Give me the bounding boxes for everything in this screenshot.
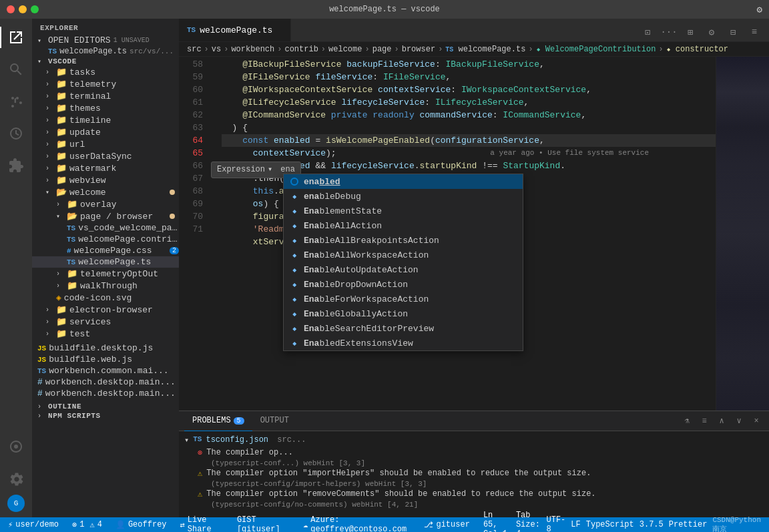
sidebar-item-overlay[interactable]: › 📁 overlay	[32, 198, 179, 210]
status-lineending[interactable]: LF	[568, 517, 583, 532]
sidebar-item-terminal[interactable]: › 📁 terminal	[32, 90, 179, 102]
split-editor-icon[interactable]: ⊡	[638, 23, 657, 41]
collapse-icon[interactable]: ⊞	[681, 23, 700, 41]
problem-item-warning2[interactable]: ⚠ The compiler option "removeComments" s…	[184, 488, 764, 501]
autocomplete-item-enableallbreakpoints[interactable]: ⬥ EnableAllBreakpointsAction	[284, 233, 523, 248]
status-prettier[interactable]: Prettier	[666, 517, 710, 532]
bc-method[interactable]: ⬥ constructor	[666, 45, 728, 54]
panel-close-icon[interactable]: ×	[749, 414, 764, 429]
tab-welcomepage-ts[interactable]: TS welcomePage.ts ×	[179, 19, 291, 41]
code-area[interactable]: @IBackupFileService backupFileService: I…	[211, 57, 716, 411]
settings-activity-icon[interactable]	[0, 463, 32, 495]
tab-problems[interactable]: PROBLEMS 5	[184, 411, 252, 431]
status-tabsize[interactable]: Tab Size: 4	[513, 517, 544, 532]
status-git-user[interactable]: ⎇ gituser	[421, 517, 472, 532]
sidebar-item-page-browser[interactable]: ▾ 📂 page / browser	[32, 210, 179, 222]
bc-workbench[interactable]: workbench	[231, 45, 274, 54]
filter-icon[interactable]: ⚗	[680, 414, 694, 429]
sidebar-item-userdatasync[interactable]: › 📁 userDataSync	[32, 150, 179, 162]
sidebar-item-welcomepage-contri[interactable]: TS welcomePage.contri...	[32, 234, 179, 245]
bc-page[interactable]: page	[372, 45, 392, 54]
autocomplete-item-enableallaction[interactable]: ⬥ EnableAllAction	[284, 218, 523, 233]
problem-item-warning1[interactable]: ⚠ The compiler option "importHelpers" sh…	[184, 467, 764, 480]
sidebar-item-vs-code-welcome[interactable]: TS vs_code_welcome_pa...	[32, 222, 179, 234]
npm-scripts-header[interactable]: › NPM SCRIPTS	[32, 411, 179, 421]
sidebar-item-workbench-desktop1[interactable]: # workbench.desktop.main...	[32, 376, 179, 388]
open-editors-header[interactable]: ▾ OPEN EDITORS 1 UNSAVED	[32, 35, 179, 46]
expression-picker-arrow[interactable]: ▾	[268, 164, 272, 176]
debug-activity-icon[interactable]	[0, 117, 32, 150]
settings-icon[interactable]: ⚙	[757, 4, 762, 15]
bc-browser[interactable]: browser	[402, 45, 435, 54]
bc-contrib[interactable]: contrib	[284, 45, 318, 54]
close-button[interactable]	[7, 5, 15, 13]
settings-editor-icon[interactable]: ⚙	[702, 23, 721, 41]
avatar[interactable]: G	[7, 495, 25, 512]
search-activity-icon[interactable]	[0, 53, 32, 85]
autocomplete-item-enabled[interactable]: enabled	[284, 174, 523, 189]
panel-layout-icon[interactable]: ⊟	[724, 23, 742, 41]
autocomplete-item-enableautoupdate[interactable]: ⬥ EnableAutoUpdateAction	[284, 262, 523, 277]
vscode-root-header[interactable]: ▾ VSCODE	[32, 57, 179, 66]
sidebar-item-workbench-desktop2[interactable]: # workbench.desktop.main...	[32, 388, 179, 399]
status-live-share-btn[interactable]: ⇄ Live Share	[178, 517, 226, 532]
outline-header[interactable]: › OUTLINE	[32, 402, 179, 411]
sidebar-item-webview[interactable]: › 📁 webview	[32, 174, 179, 186]
sidebar-item-electron-browser[interactable]: › 📁 electron-browser	[32, 304, 179, 316]
sidebar-item-buildfile-desktop[interactable]: JS buildfile.desktop.js	[32, 342, 179, 354]
autocomplete-item-enableallworkspace[interactable]: ⬥ EnableAllWorkspaceAction	[284, 248, 523, 262]
sidebar-item-welcome[interactable]: ▾ 📂 welcome	[32, 186, 179, 198]
status-remote[interactable]: ⚡ user/demo	[5, 517, 61, 532]
problem-item-error1[interactable]: ⊗ The compiler op...	[184, 447, 764, 459]
tab-output[interactable]: OUTPUT	[252, 411, 297, 431]
status-gist[interactable]: GIST [gituser]	[234, 517, 292, 532]
autocomplete-item-enablementstate[interactable]: ⬥ EnablementState	[284, 204, 523, 218]
autocomplete-item-enabledextensions[interactable]: ⬥ EnabledExtensionsView	[284, 336, 523, 350]
sidebar-item-services[interactable]: › 📁 services	[32, 316, 179, 328]
bc-vs[interactable]: vs	[212, 45, 221, 54]
sidebar-item-telemetryoptout[interactable]: › 📁 telemetryOptOut	[32, 268, 179, 280]
sidebar-item-walkthrough[interactable]: › 📁 walkThrough	[32, 280, 179, 292]
bc-src[interactable]: src	[187, 45, 202, 54]
autocomplete-item-enableglobally[interactable]: ⬥ EnableGloballyAction	[284, 306, 523, 321]
maximize-button[interactable]	[31, 5, 39, 13]
sidebar-item-tasks[interactable]: › 📁 tasks	[32, 66, 179, 78]
status-encoding[interactable]: UTF-8	[544, 517, 569, 532]
status-errors[interactable]: ⊗ 1 ⚠ 4	[69, 517, 105, 532]
sidebar-item-telemetry[interactable]: › 📁 telemetry	[32, 78, 179, 90]
bc-welcome[interactable]: welcome	[328, 45, 362, 54]
group-expand-arrow[interactable]: ▾	[184, 435, 189, 445]
remote-icon[interactable]	[0, 431, 32, 463]
more-actions-icon[interactable]: ···	[660, 23, 678, 41]
status-language[interactable]: TypeScript	[583, 517, 637, 532]
explorer-activity-icon[interactable]	[0, 21, 32, 53]
panel-down-icon[interactable]: ∨	[732, 414, 746, 429]
sidebar-item-buildfile-web[interactable]: JS buildfile.web.js	[32, 354, 179, 365]
panel-up-icon[interactable]: ∧	[714, 414, 729, 429]
minimize-button[interactable]	[19, 5, 27, 13]
bc-file[interactable]: TS welcomePage.ts	[445, 45, 525, 54]
sidebar-item-test[interactable]: › 📁 test	[32, 328, 179, 340]
status-liveshare[interactable]: 👤 Geoffrey	[113, 517, 170, 532]
customize-layout-icon[interactable]: ≡	[745, 23, 764, 41]
source-control-activity-icon[interactable]	[0, 85, 32, 117]
sidebar-item-code-icon-svg[interactable]: ◈ code-icon.svg	[32, 292, 179, 304]
sidebar-item-watermark[interactable]: › 📁 watermark	[32, 162, 179, 174]
sidebar-item-update[interactable]: › 📁 update	[32, 126, 179, 138]
status-cursor[interactable]: Ln 65, Col 1	[481, 517, 513, 532]
sidebar-item-themes[interactable]: › 📁 themes	[32, 102, 179, 114]
sidebar-item-welcomepage-css[interactable]: # welcomePage.css 2	[32, 245, 179, 256]
sidebar-item-welcomepage-ts[interactable]: TS welcomePage.ts	[32, 256, 179, 268]
autocomplete-item-enabledebug[interactable]: ⬥ enableDebug	[284, 189, 523, 204]
bc-class[interactable]: ⬥ WelcomePageContribution	[536, 45, 656, 54]
sidebar-item-timeline[interactable]: › 📁 timeline	[32, 114, 179, 126]
open-editor-file-item[interactable]: TS welcomePage.ts src/vs/...	[32, 46, 179, 57]
autocomplete-item-enableforworkspace[interactable]: ⬥ EnableForWorkspaceAction	[284, 292, 523, 306]
autocomplete-item-enabledropdown[interactable]: ⬥ EnableDropDownAction	[284, 277, 523, 292]
status-azure[interactable]: ☁ Azure: geoffrey@contoso.com	[300, 517, 413, 532]
collapse-all-icon[interactable]: ≡	[697, 414, 712, 429]
autocomplete-item-enablesearcheditor[interactable]: ⬥ EnableSearchEditorPreview	[284, 321, 523, 336]
extensions-activity-icon[interactable]	[0, 150, 32, 182]
sidebar-item-workbench-common[interactable]: TS workbench.common.mai...	[32, 365, 179, 376]
status-version[interactable]: 3.7.5	[637, 517, 666, 532]
